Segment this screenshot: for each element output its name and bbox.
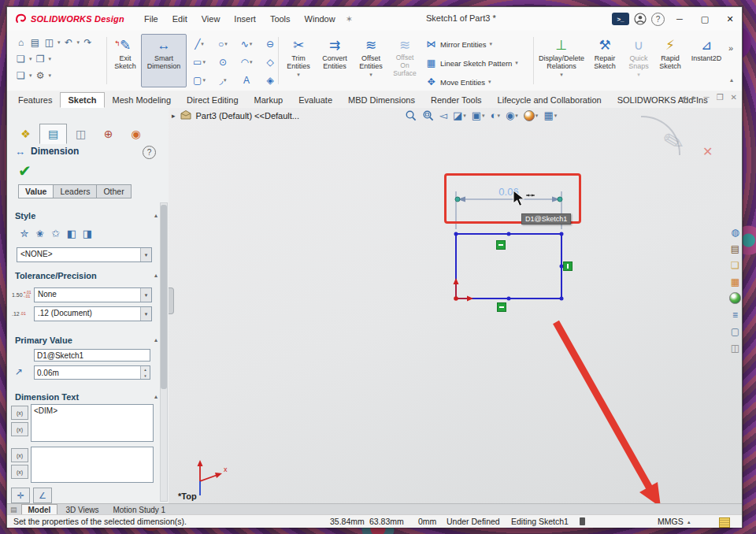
- update-favorite-icon[interactable]: ✬: [32, 228, 48, 239]
- menu-window[interactable]: Window: [298, 7, 343, 31]
- open-document-icon[interactable]: ❐: [35, 54, 46, 65]
- vertical-relation-badge[interactable]: [563, 261, 573, 271]
- arc-tool-button[interactable]: ◠▾: [235, 54, 258, 70]
- sensors-icon[interactable]: ◫: [729, 342, 741, 354]
- smart-dimension-button[interactable]: ↔ Smart Dimension: [141, 34, 187, 87]
- point-tool-button[interactable]: ⊙: [212, 54, 234, 70]
- mirror-entities-button[interactable]: ⋈ Mirror Entities ▾: [423, 35, 521, 53]
- command-prompt-icon[interactable]: >_: [612, 13, 629, 25]
- 3d-views-tab[interactable]: 3D Views: [59, 505, 105, 515]
- undo-icon[interactable]: ↶: [63, 37, 75, 48]
- panel-scrollbar-thumb[interactable]: [161, 205, 167, 389]
- dimension-text-symbol-button[interactable]: (x): [11, 465, 28, 479]
- redo-icon[interactable]: ↷: [82, 37, 94, 48]
- tab-value[interactable]: Value: [18, 184, 54, 198]
- pin-panel-right-icon[interactable]: ▸: [693, 93, 697, 102]
- new-document-icon[interactable]: ❏: [15, 54, 27, 65]
- dimension-text-secondary-input[interactable]: [31, 447, 154, 483]
- horizontal-relation-badge[interactable]: [497, 302, 506, 312]
- user-account-icon[interactable]: [634, 13, 647, 25]
- dimension-text-symbol-button[interactable]: (x): [11, 448, 28, 462]
- style-dropdown[interactable]: <NONE> ▾: [17, 247, 152, 262]
- file-explorer-icon[interactable]: ❏: [729, 259, 741, 271]
- display-delete-relations-button[interactable]: ⊥ Display/Delete Relations ▾: [536, 34, 587, 87]
- options-gear-icon[interactable]: ⚙: [35, 70, 46, 81]
- unit-system[interactable]: MMGS: [658, 517, 684, 526]
- slot-tool-button[interactable]: ▢▾: [188, 72, 210, 88]
- dimension-text-input[interactable]: <DIM>: [31, 404, 154, 442]
- solidworks-resources-icon[interactable]: ◍: [729, 226, 741, 238]
- precision-dropdown[interactable]: .12 (Document) ▾: [34, 306, 152, 321]
- menu-insert[interactable]: Insert: [227, 7, 263, 31]
- horizontal-relation-badge[interactable]: [496, 240, 506, 250]
- tab-sketch[interactable]: Sketch: [60, 92, 104, 108]
- menu-tools[interactable]: Tools: [263, 7, 298, 31]
- spinner-up-icon[interactable]: ▴: [144, 367, 146, 372]
- displaymanager-tab[interactable]: ◉: [122, 124, 150, 144]
- home-icon[interactable]: ⌂: [15, 37, 27, 48]
- tab-lifecycle-collaboration[interactable]: Lifecycle and Collaboration: [490, 92, 610, 108]
- dimension-value-field[interactable]: [34, 365, 150, 380]
- spline-tool-button[interactable]: ∿▾: [235, 35, 258, 52]
- load-favorites-icon[interactable]: ◨: [80, 228, 95, 239]
- angle-symbol-button[interactable]: ∠: [33, 488, 52, 503]
- rectangle-tool-button[interactable]: ▭▾: [188, 54, 210, 70]
- dimxpertmanager-tab[interactable]: ⊕: [94, 124, 122, 144]
- linear-sketch-pattern-button[interactable]: ▦ Linear Sketch Pattern ▾: [423, 54, 521, 72]
- graphics-area[interactable]: ▸ Part3 (Default) <<Default... ◅ ◪▾ ▣▾ ◐: [169, 108, 742, 503]
- add-favorite-icon[interactable]: ✮: [17, 228, 32, 239]
- message-log-icon[interactable]: [719, 517, 730, 528]
- menu-edit[interactable]: Edit: [165, 7, 195, 31]
- featuremanager-tab[interactable]: ❖: [12, 124, 39, 144]
- print-icon[interactable]: ▤: [29, 37, 41, 48]
- tab-evaluate[interactable]: Evaluate: [291, 92, 340, 108]
- delete-favorite-icon[interactable]: ✩: [48, 228, 64, 239]
- tolerance-section-header[interactable]: Tolerance/Precision ▴: [7, 270, 169, 283]
- fillet-tool-button[interactable]: ◞▾: [212, 72, 234, 88]
- panel-help-icon[interactable]: ?: [143, 146, 156, 159]
- save-favorites-icon[interactable]: ◧: [64, 228, 80, 239]
- dimension-text-symbol-button[interactable]: (x): [11, 422, 28, 436]
- pin-menu-icon[interactable]: ✶: [346, 14, 353, 24]
- ok-check-button[interactable]: ✔: [18, 161, 32, 180]
- custom-properties-icon[interactable]: ≡: [729, 309, 741, 321]
- exit-sketch-button[interactable]: ✎↰ Exit Sketch: [109, 34, 141, 87]
- forum-icon[interactable]: ▢: [729, 325, 741, 337]
- tab-direct-editing[interactable]: Direct Editing: [179, 92, 246, 108]
- configurationmanager-tab[interactable]: ◫: [67, 124, 94, 144]
- sheet-icon[interactable]: ❏: [15, 70, 27, 81]
- close-panel-icon[interactable]: ✕: [731, 93, 737, 102]
- minimize-panel-icon[interactable]: ─: [704, 93, 710, 102]
- tolerance-dropdown[interactable]: None ▾: [34, 287, 152, 302]
- menu-file[interactable]: File: [137, 7, 165, 31]
- offset-entities-button[interactable]: ≋ Offset Entities ▾: [354, 34, 388, 87]
- help-icon[interactable]: ?: [651, 13, 665, 26]
- tab-leaders[interactable]: Leaders: [54, 184, 97, 198]
- convert-entities-button[interactable]: ⇉ Convert Entities: [316, 34, 354, 87]
- instant2d-button[interactable]: ⊿ Instant2D: [686, 34, 727, 87]
- minimize-button[interactable]: ─: [669, 9, 690, 28]
- design-library-icon[interactable]: ▤: [729, 243, 741, 254]
- text-tool-button[interactable]: A: [235, 72, 258, 88]
- appearances-icon[interactable]: [729, 292, 741, 304]
- tab-features[interactable]: Features: [10, 92, 60, 108]
- rapid-sketch-button[interactable]: ⚡ Rapid Sketch: [654, 34, 686, 87]
- tab-markup[interactable]: Markup: [246, 92, 291, 108]
- menu-view[interactable]: View: [195, 7, 228, 31]
- restore-panel-icon[interactable]: ❐: [717, 93, 724, 102]
- panel-scrollbar[interactable]: [160, 202, 168, 502]
- propertymanager-tab[interactable]: ▤: [39, 124, 67, 144]
- tab-other[interactable]: Other: [97, 184, 131, 198]
- pin-panel-left-icon[interactable]: ◂: [681, 93, 685, 102]
- save-icon[interactable]: ◫: [43, 37, 55, 48]
- maximize-button[interactable]: ▢: [695, 9, 715, 28]
- tab-render-tools[interactable]: Render Tools: [423, 92, 490, 108]
- circle-tool-button[interactable]: ○▾: [212, 35, 234, 52]
- dimension-text-section-header[interactable]: Dimension Text ▴: [7, 391, 169, 404]
- motion-study-tab[interactable]: Motion Study 1: [106, 505, 172, 515]
- panel-splitter-handle[interactable]: [169, 287, 174, 314]
- toolbox-icon[interactable]: ▦: [729, 276, 741, 287]
- tab-mbd-dimensions[interactable]: MBD Dimensions: [340, 92, 423, 108]
- collapse-ribbon-icon[interactable]: ▴: [730, 76, 733, 83]
- dimension-name-field[interactable]: [34, 349, 150, 362]
